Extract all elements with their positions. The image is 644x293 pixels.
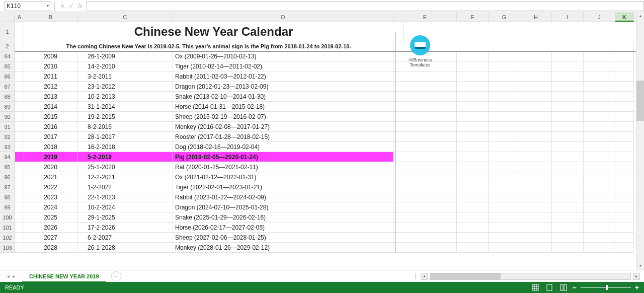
cell[interactable] [457, 71, 489, 82]
formula-input[interactable] [87, 1, 644, 11]
cell-year[interactable]: 2009 [24, 51, 77, 61]
hscroll-right-icon[interactable]: ▸ [633, 273, 640, 280]
page-title[interactable]: Chinese New Year Calendar [24, 22, 404, 41]
cell-animal[interactable]: Dog (2018-02-16—2019-02-04) [173, 142, 393, 152]
cell[interactable] [15, 122, 24, 132]
cell[interactable] [457, 162, 489, 172]
cell[interactable] [615, 51, 634, 61]
cell-animal[interactable]: Snake (2013-02-10—2014-01-30) [173, 92, 393, 102]
tab-nav-prev-icon[interactable]: ▸ [13, 273, 15, 279]
cell[interactable] [615, 102, 634, 112]
cell-year[interactable]: 2027 [24, 233, 77, 243]
cell[interactable] [552, 51, 584, 61]
cell[interactable] [393, 212, 457, 223]
cell[interactable] [15, 233, 24, 243]
cell[interactable] [584, 82, 615, 92]
row-header[interactable]: 96 [0, 172, 15, 182]
cell-date[interactable]: 29-1-2025 [77, 212, 173, 223]
cell[interactable] [584, 132, 615, 142]
horizontal-scrollbar[interactable] [430, 273, 631, 280]
cell[interactable] [520, 51, 552, 61]
cell[interactable] [615, 233, 634, 243]
view-page-break-icon[interactable] [558, 283, 569, 291]
cell[interactable] [615, 243, 634, 253]
cell-year[interactable]: 2015 [24, 112, 77, 122]
cell-animal[interactable]: Tiger (2010-02-14—2011-02-02) [173, 61, 393, 71]
cell[interactable] [393, 172, 457, 182]
cell-year[interactable]: 2014 [24, 102, 77, 112]
cell-year[interactable]: 2025 [24, 212, 77, 223]
column-header-G[interactable]: G [489, 12, 520, 22]
cell-animal[interactable]: Pig (2019-02-05—2020-01-24) [173, 152, 393, 162]
row-header[interactable]: 2 [0, 41, 15, 51]
cell-date[interactable]: 1-2-2022 [77, 182, 173, 192]
cell[interactable] [489, 223, 520, 233]
cell[interactable] [552, 243, 584, 253]
zoom-slider-thumb[interactable] [606, 285, 608, 290]
cell[interactable] [15, 212, 24, 223]
sheet-tab-active[interactable]: CHINESE NEW YEAR 2019 [22, 270, 106, 282]
cell[interactable] [393, 112, 457, 122]
cell[interactable] [457, 152, 489, 162]
row-header[interactable]: 93 [0, 142, 15, 152]
cell-animal[interactable]: Ox (2009-01-26—2010-02-13) [173, 51, 393, 61]
cell[interactable] [552, 152, 584, 162]
column-header-D[interactable]: D [173, 12, 393, 22]
select-all-corner[interactable] [0, 12, 15, 22]
cell-date[interactable]: 8-2-2016 [77, 122, 173, 132]
row-header[interactable]: 95 [0, 162, 15, 172]
cell[interactable] [457, 112, 489, 122]
cell[interactable] [15, 61, 24, 71]
cell[interactable] [552, 71, 584, 82]
row-header[interactable]: 88 [0, 92, 15, 102]
column-header-B[interactable]: B [24, 12, 77, 22]
cell[interactable] [393, 243, 457, 253]
row-header[interactable]: 98 [0, 192, 15, 202]
cell-animal[interactable]: Dragon (2024-02-10—2025-01-28) [173, 202, 393, 212]
cell-animal[interactable]: Horse (2026-02-17—2027-02-05) [173, 223, 393, 233]
cell[interactable] [584, 61, 615, 71]
cell[interactable] [457, 192, 489, 202]
row-header[interactable]: 89 [0, 102, 15, 112]
cell[interactable] [584, 172, 615, 182]
cell-year[interactable]: 2024 [24, 202, 77, 212]
cell[interactable] [615, 202, 634, 212]
cell[interactable] [15, 172, 24, 182]
row-header[interactable]: 102 [0, 233, 15, 243]
name-box-dropdown-icon[interactable]: ▾ [47, 4, 49, 8]
cell-date[interactable]: 12-2-2021 [77, 172, 173, 182]
cell[interactable] [393, 192, 457, 202]
cell[interactable] [552, 102, 584, 112]
cell[interactable] [520, 152, 552, 162]
cell[interactable] [584, 243, 615, 253]
cell[interactable] [15, 102, 24, 112]
cell-animal[interactable]: Tiger (2022-02-01—2023-01-21) [173, 182, 393, 192]
cell[interactable] [393, 102, 457, 112]
cell[interactable] [489, 172, 520, 182]
cell-date[interactable]: 3-2-2011 [77, 71, 173, 82]
cell-year[interactable]: 2016 [24, 122, 77, 132]
cell-date[interactable]: 17-2-2026 [77, 223, 173, 233]
add-sheet-button[interactable]: + [111, 271, 121, 281]
cell[interactable] [520, 212, 552, 223]
cell[interactable] [552, 172, 584, 182]
row-header[interactable]: 1 [0, 22, 15, 41]
cell[interactable] [489, 61, 520, 71]
cell[interactable] [584, 233, 615, 243]
cell[interactable] [15, 192, 24, 202]
cell-year[interactable]: 2019 [24, 152, 77, 162]
cell-date[interactable]: 14-2-2010 [77, 61, 173, 71]
cell[interactable] [489, 142, 520, 152]
cell[interactable] [520, 82, 552, 92]
cell[interactable] [584, 92, 615, 102]
cell-animal[interactable]: Snake (2025-01-29—2026-02-16) [173, 212, 393, 223]
cell[interactable] [615, 192, 634, 202]
cell[interactable] [552, 162, 584, 172]
cell-date[interactable]: 28-1-2017 [77, 132, 173, 142]
cell[interactable] [15, 152, 24, 162]
cell[interactable] [615, 162, 634, 172]
zoom-out-button[interactable]: – [573, 283, 577, 291]
cell[interactable] [457, 82, 489, 92]
cell-year[interactable]: 2018 [24, 142, 77, 152]
cell[interactable] [457, 212, 489, 223]
